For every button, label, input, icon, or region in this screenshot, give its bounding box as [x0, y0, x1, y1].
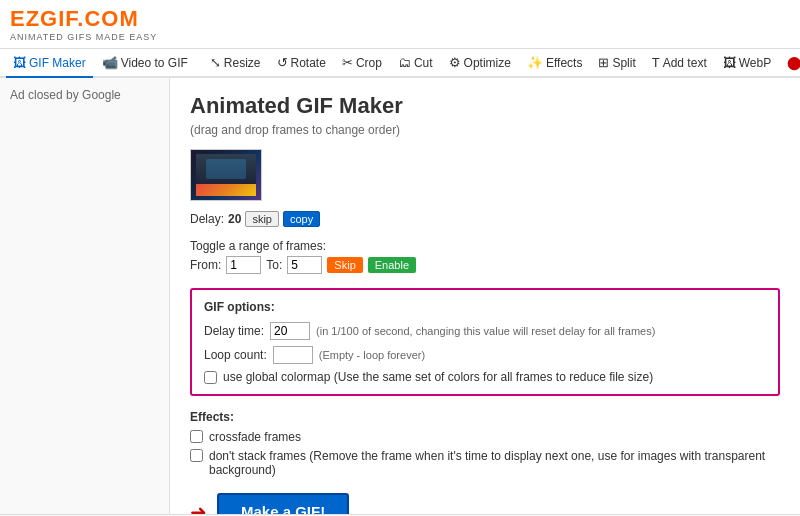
layout: Ad closed by Google Animated GIF Maker (… — [0, 78, 800, 514]
nav-webp[interactable]: 🖼 WebP — [716, 49, 778, 78]
delay-label: Delay: — [190, 212, 224, 226]
rotate-icon: ↺ — [277, 55, 288, 70]
crossfade-row: crossfade frames — [190, 430, 780, 444]
cut-icon: 🗂 — [398, 55, 411, 70]
frame-thumbnail — [191, 150, 261, 200]
effects-title: Effects: — [190, 410, 780, 424]
nav-optimize[interactable]: ⚙ Optimize — [442, 49, 518, 78]
crossfade-checkbox[interactable] — [190, 430, 203, 443]
skip-button[interactable]: skip — [245, 211, 279, 227]
effects-section: Effects: crossfade frames don't stack fr… — [190, 410, 780, 477]
colormap-row: use global colormap (Use the same set of… — [204, 370, 766, 384]
gif-options-box: GIF options: Delay time: (in 1/100 of se… — [190, 288, 780, 396]
dont-stack-label: don't stack frames (Remove the frame whe… — [209, 449, 780, 477]
nav-effects[interactable]: ✨ Effects — [520, 49, 589, 78]
text-icon: T — [652, 55, 660, 70]
nav-apng[interactable]: ⬤ APNG — [780, 49, 800, 78]
main-content: Animated GIF Maker (drag and drop frames… — [170, 78, 800, 514]
toggle-row: From: To: Skip Enable — [190, 256, 780, 274]
delay-value: 20 — [228, 212, 241, 226]
nav-gif-maker[interactable]: 🖼 GIF Maker — [6, 49, 93, 78]
split-icon: ⊞ — [598, 55, 609, 70]
loop-hint: (Empty - loop forever) — [319, 349, 425, 361]
page-title: Animated GIF Maker — [190, 93, 780, 119]
nav-cut[interactable]: 🗂 Cut — [391, 49, 440, 78]
loop-input[interactable] — [273, 346, 313, 364]
colormap-label: use global colormap (Use the same set of… — [223, 370, 653, 384]
sidebar: Ad closed by Google — [0, 78, 170, 514]
make-gif-area: ➜ Make a GIF! — [190, 493, 780, 514]
loop-label: Loop count: — [204, 348, 267, 362]
from-input[interactable] — [226, 256, 261, 274]
toggle-label: Toggle a range of frames: — [190, 239, 326, 253]
webp-icon: 🖼 — [723, 55, 736, 70]
delay-row: Delay: 20 skip copy — [190, 211, 780, 227]
range-enable-button[interactable]: Enable — [368, 257, 416, 273]
video-icon: 📹 — [102, 55, 118, 70]
dont-stack-checkbox[interactable] — [190, 449, 203, 462]
apng-icon: ⬤ — [787, 55, 800, 70]
make-gif-button[interactable]: Make a GIF! — [217, 493, 349, 514]
delay-option-row: Delay time: (in 1/100 of second, changin… — [204, 322, 766, 340]
page-subtitle: (drag and drop frames to change order) — [190, 123, 780, 137]
sidebar-ad-text: Ad closed by Google — [10, 88, 121, 102]
loop-option-row: Loop count: (Empty - loop forever) — [204, 346, 766, 364]
from-label: From: — [190, 258, 221, 272]
crop-icon: ✂ — [342, 55, 353, 70]
gif-delay-input[interactable] — [270, 322, 310, 340]
toggle-section: Toggle a range of frames: From: To: Skip… — [190, 239, 780, 274]
gif-delay-hint: (in 1/100 of second, changing this value… — [316, 325, 655, 337]
nav-split[interactable]: ⊞ Split — [591, 49, 642, 78]
gif-options-title: GIF options: — [204, 300, 766, 314]
dont-stack-row: don't stack frames (Remove the frame whe… — [190, 449, 780, 477]
to-label: To: — [266, 258, 282, 272]
nav-resize[interactable]: ⤡ Resize — [203, 49, 268, 78]
colormap-checkbox[interactable] — [204, 371, 217, 384]
nav-rotate[interactable]: ↺ Rotate — [270, 49, 333, 78]
copy-button[interactable]: copy — [283, 211, 320, 227]
header: EZGIF.COM ANIMATED GIFS MADE EASY — [0, 0, 800, 49]
gif-delay-label: Delay time: — [204, 324, 264, 338]
nav-bar: 🖼 GIF Maker 📹 Video to GIF ⤡ Resize ↺ Ro… — [0, 49, 800, 78]
optimize-icon: ⚙ — [449, 55, 461, 70]
frame-image — [196, 154, 256, 196]
range-skip-button[interactable]: Skip — [327, 257, 362, 273]
arrow-icon: ➜ — [190, 500, 207, 515]
nav-add-text[interactable]: T Add text — [645, 49, 714, 78]
crossfade-label: crossfade frames — [209, 430, 301, 444]
nav-video-to-gif[interactable]: 📹 Video to GIF — [95, 49, 195, 78]
effects-icon: ✨ — [527, 55, 543, 70]
to-input[interactable] — [287, 256, 322, 274]
logo-text: EZGIF.COM — [10, 6, 157, 32]
nav-crop[interactable]: ✂ Crop — [335, 49, 389, 78]
resize-icon: ⤡ — [210, 55, 221, 70]
logo-subtitle: ANIMATED GIFS MADE EASY — [10, 32, 157, 42]
gif-maker-icon: 🖼 — [13, 55, 26, 70]
logo-area: EZGIF.COM ANIMATED GIFS MADE EASY — [10, 6, 157, 42]
frame-container — [190, 149, 262, 201]
